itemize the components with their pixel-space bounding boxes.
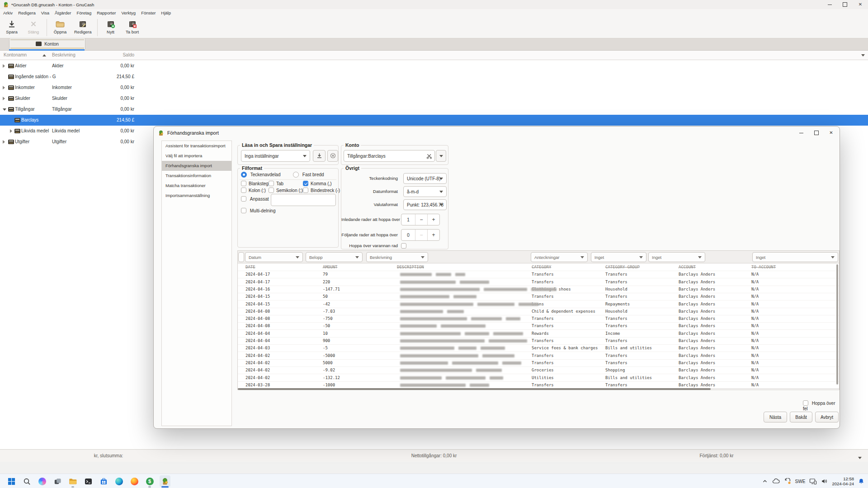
window-close-button[interactable]: ✕ (853, 0, 868, 9)
account-row-tillg-ngar[interactable]: TillgångarTillgångar0,00 kr (0, 104, 868, 115)
dialog-maximize-button[interactable] (809, 127, 824, 139)
keyboard-language[interactable]: SWE (795, 479, 806, 484)
toolbar-ppna[interactable]: Öppna (49, 18, 71, 35)
taskbar-edge-icon[interactable] (113, 475, 124, 487)
import-step-f-rhandsgranska-import[interactable]: Förhandsgranska import (162, 161, 231, 171)
expand-arrow-icon[interactable] (10, 129, 12, 133)
taskbar-start-icon[interactable] (6, 475, 17, 487)
window-maximize-button[interactable] (837, 0, 853, 9)
vertical-scrollbar[interactable] (836, 264, 838, 385)
import-step-transaktionsinformation[interactable]: Transaktionsinformation (162, 171, 231, 181)
column-selector-datum-0[interactable]: Datum (245, 252, 303, 262)
account-row-skulder[interactable]: SkulderSkulder0,00 kr (0, 93, 868, 104)
dialog-minimize-button[interactable] (794, 127, 809, 139)
checkbox-multi-delning[interactable]: Multi-delning (241, 208, 275, 213)
tab-konton[interactable]: Konton (9, 38, 85, 49)
trailing-skip-plus-button[interactable]: + (427, 230, 439, 240)
account-row-ing-ende-saldon-g[interactable]: Ingående saldon - G214,50 £ (0, 71, 868, 82)
menu-verktyg[interactable]: Verktyg (118, 9, 138, 16)
leading-skip-minus-button[interactable]: − (415, 214, 427, 225)
import-step-v-lj-fil-att-importera[interactable]: Välj fil att importera (162, 151, 231, 161)
column-selector-anteckningar-3[interactable]: Anteckningar (531, 252, 588, 262)
menu-redigera[interactable]: Redigera (15, 9, 38, 16)
sync-update-icon[interactable] (784, 478, 791, 485)
taskbar-file-explorer-icon[interactable] (67, 475, 78, 487)
taskbar-copilot-icon[interactable] (37, 475, 47, 487)
taskbar-store-icon[interactable] (98, 475, 109, 487)
menu-f-nster[interactable]: Fönster (138, 9, 158, 16)
column-selector-belopp-1[interactable]: Belopp (306, 252, 363, 262)
import-step-assistent-f-r-transaktionsimport[interactable]: Assistent för transaktionsimport (162, 141, 231, 151)
custom-separator-input[interactable] (271, 194, 336, 206)
taskbar-search-icon[interactable] (21, 475, 32, 487)
menu-hj-lp[interactable]: Hjälp (158, 9, 174, 16)
checkbox-anpassat[interactable]: Anpassat (241, 196, 269, 202)
taskbar-gnucash-icon[interactable] (160, 475, 170, 487)
column-options-button[interactable] (860, 52, 866, 58)
scrollbar-thumb[interactable] (238, 388, 711, 390)
collapse-arrow-icon[interactable] (3, 108, 6, 111)
delimiter-bindestreck[interactable]: Bindestreck (-) (303, 188, 340, 193)
expand-arrow-icon[interactable] (3, 86, 5, 89)
column-selector-inget-6[interactable]: Inget (752, 252, 838, 262)
toolbar-ta-bort[interactable]: Ta bort (122, 18, 143, 35)
expand-arrow-icon[interactable] (3, 64, 5, 68)
settings-combo[interactable]: Inga inställningar (241, 150, 310, 162)
next-button[interactable]: Nästa (764, 412, 787, 422)
trailing-skip-minus-button[interactable]: − (415, 230, 427, 240)
volume-icon[interactable] (821, 478, 828, 484)
account-combo[interactable]: Tillgångar:Barclays (344, 150, 435, 162)
import-step-importsammanst-llning[interactable]: Importsammanställning (162, 191, 231, 201)
menu-tg-rder[interactable]: Åtgärder (52, 9, 74, 16)
taskbar-firefox-icon[interactable] (129, 475, 140, 487)
taskbar-finance-app-icon[interactable]: $ (144, 475, 155, 487)
skip-alternate-checkbox[interactable] (401, 243, 406, 249)
taskbar-terminal-icon[interactable] (83, 475, 94, 487)
horizontal-scrollbar[interactable] (238, 388, 839, 390)
menu-rapporter[interactable]: Rapporter (94, 9, 118, 16)
account-row-inkomster[interactable]: InkomsterInkomster0,00 kr (0, 82, 868, 93)
notification-bell-icon[interactable] (858, 478, 864, 485)
menu-visa[interactable]: Visa (38, 9, 52, 16)
radio-fast-bredd[interactable]: Fast bredd (293, 172, 324, 178)
account-row-aktier[interactable]: AktierAktier0,00 kr (0, 61, 868, 71)
skip-errors-checkbox[interactable]: Hoppa över fel (803, 400, 840, 411)
network-display-icon[interactable] (809, 478, 817, 485)
import-step-matcha-transaktioner[interactable]: Matcha transaktioner (162, 181, 231, 191)
menu-arkiv[interactable]: Arkiv (0, 9, 15, 16)
delimiter-komma[interactable]: Komma (,) (303, 181, 332, 186)
dialog-close-button[interactable]: ✕ (824, 127, 839, 139)
column-beskrivning[interactable]: Beskrivning (52, 52, 75, 57)
column-selector-inget-4[interactable]: Inget (591, 252, 646, 262)
column-selector-beskrivning-2[interactable]: Beskrivning (366, 252, 428, 262)
save-settings-button[interactable] (313, 150, 326, 162)
currency-format-combo[interactable]: Punkt: 123,456.78 (403, 199, 447, 210)
delete-settings-button[interactable] (327, 150, 338, 162)
delimiter-kolon[interactable]: Kolon (:) (241, 188, 266, 193)
column-selector-inget-5[interactable]: Inget (648, 252, 705, 262)
toolbar-redigera[interactable]: Redigera (71, 18, 95, 35)
expand-arrow-icon[interactable] (3, 97, 5, 100)
column-kontonamn[interactable]: Kontonamn (4, 52, 27, 57)
leading-skip-value[interactable]: 1 (401, 214, 415, 225)
column-selector-stub[interactable] (238, 252, 244, 262)
radio-teckenavdelad[interactable]: Teckenavdelad (241, 172, 281, 178)
expand-arrow-icon[interactable] (3, 140, 5, 144)
delimiter-semikolon[interactable]: Semikolon (;) (269, 188, 303, 193)
account-dropdown-button[interactable] (436, 150, 446, 162)
delimiter-tab[interactable]: Tab (269, 181, 283, 186)
taskbar-task-view-icon[interactable] (52, 475, 63, 487)
window-minimize-button[interactable] (822, 0, 837, 9)
back-button[interactable]: Bakåt (790, 412, 812, 422)
encoding-combo[interactable]: Unicode (UTF-8) (403, 173, 447, 184)
trailing-skip-value[interactable]: 0 (401, 230, 415, 240)
column-saldo[interactable]: Saldo (90, 52, 134, 57)
date-format-combo[interactable]: å-m-d (403, 186, 447, 197)
toolbar-spara[interactable]: Spara (1, 18, 23, 35)
cancel-button[interactable]: Avbryt (815, 412, 839, 422)
delimiter-blanksteg[interactable]: Blanksteg (241, 181, 269, 186)
menu-f-retag[interactable]: Företag (74, 9, 94, 16)
account-row-barclays[interactable]: Barclays214,50 £ (0, 115, 868, 126)
tray-chevron-up-icon[interactable] (762, 478, 768, 484)
clock[interactable]: 12:58 2024-04-24 (832, 476, 854, 486)
